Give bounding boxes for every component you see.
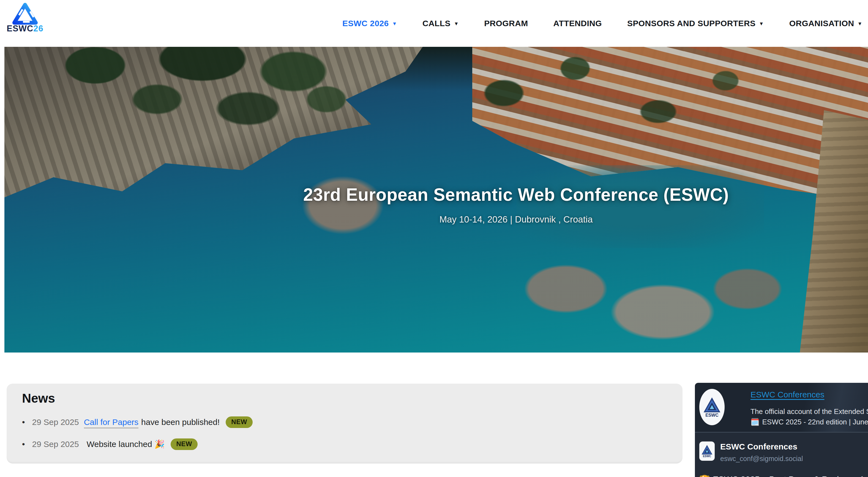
news-panel: News • 29 Sep 2025 Call for Papers have … bbox=[7, 384, 683, 464]
logo-text-year: 26 bbox=[33, 24, 43, 33]
hero-banner: 23rd European Semantic Web Conference (E… bbox=[4, 47, 868, 353]
post-avatar: ESWC bbox=[699, 442, 715, 461]
logo-text: ESWC26 bbox=[4, 24, 46, 33]
trophy-icon: 🏆 bbox=[699, 475, 710, 477]
eswc-logo-label: ESWC bbox=[705, 413, 719, 418]
nav-item-calls[interactable]: CALLS ▼ bbox=[423, 19, 459, 28]
nav-item-attending[interactable]: ATTENDING bbox=[553, 19, 602, 28]
post-author-name: ESWC Conferences bbox=[720, 442, 803, 451]
widget-head-right: ESWC Conferences The official account of… bbox=[750, 390, 868, 427]
nav-label: PROGRAM bbox=[484, 19, 528, 28]
post-text: ESWC 2025 – Best Paper & Reviewer Awards bbox=[713, 475, 868, 477]
widget-account-header: ESWC ESWC Conferences The official accou… bbox=[695, 383, 868, 432]
post-author-handle: eswc_conf@sigmoid.social bbox=[720, 455, 803, 463]
nav-item-eswc-2026[interactable]: ESWC 2026 ▼ bbox=[342, 19, 397, 28]
mastodon-widget: ESWC ESWC Conferences The official accou… bbox=[695, 383, 868, 477]
new-badge: NEW bbox=[226, 416, 253, 428]
hero-title: 23rd European Semantic Web Conference (E… bbox=[164, 184, 868, 205]
news-list: • 29 Sep 2025 Call for Papers have been … bbox=[22, 417, 672, 451]
nav-label: SPONSORS AND SUPPORTERS bbox=[627, 19, 756, 28]
nav-label: CALLS bbox=[423, 19, 451, 28]
nav-label: ATTENDING bbox=[553, 19, 602, 28]
news-item-date: 29 Sep 2025 bbox=[32, 418, 79, 427]
bullet-icon: • bbox=[22, 440, 25, 449]
logo-triangle-icon bbox=[9, 2, 41, 25]
logo[interactable]: ESWC26 bbox=[4, 2, 46, 33]
nav-item-program[interactable]: PROGRAM bbox=[484, 19, 528, 28]
nav-item-sponsors[interactable]: SPONSORS AND SUPPORTERS ▼ bbox=[627, 19, 764, 28]
account-bio-line-2: 🗓️ESWC 2025 - 22nd edition | June 1-5 | … bbox=[750, 417, 868, 427]
account-avatar: ESWC bbox=[699, 389, 724, 425]
account-bio-line-2-text: ESWC 2025 - 22nd edition | June 1-5 | Po… bbox=[762, 418, 868, 426]
calendar-icon: 🗓️ bbox=[750, 418, 759, 426]
eswc-logo-label: ESWC bbox=[703, 455, 711, 458]
eswc-logo-icon: ESWC bbox=[703, 395, 721, 419]
news-item-text: Website launched 🎉 bbox=[87, 439, 165, 449]
main-nav: ESWC 2026 ▼ CALLS ▼ PROGRAM ATTENDING SP… bbox=[342, 0, 863, 47]
bullet-icon: • bbox=[22, 418, 25, 427]
mastodon-post[interactable]: ESWC ESWC Conferences eswc_conf@sigmoid.… bbox=[695, 432, 868, 477]
caret-down-icon: ▼ bbox=[392, 21, 397, 27]
news-item-text: have been published! bbox=[141, 418, 220, 427]
caret-down-icon: ▼ bbox=[858, 21, 863, 27]
hero-subtitle: May 10-14, 2026 | Dubrovnik , Croatia bbox=[164, 214, 868, 225]
news-item: • 29 Sep 2025 Website launched 🎉 NEW bbox=[22, 439, 672, 451]
news-title: News bbox=[22, 391, 672, 406]
call-for-papers-link[interactable]: Call for Papers bbox=[84, 418, 138, 428]
caret-down-icon: ▼ bbox=[759, 21, 764, 27]
post-head: ESWC Conferences eswc_conf@sigmoid.socia… bbox=[720, 442, 803, 463]
eswc-homepage: { "header": { "logo": { "text": "ESWC", … bbox=[0, 0, 868, 477]
site-header: ESWC26 ESWC 2026 ▼ CALLS ▼ PROGRAM ATTEN… bbox=[0, 0, 868, 47]
news-item-date: 29 Sep 2025 bbox=[32, 440, 79, 449]
account-bio-line-1: The official account of the Extended Sem… bbox=[750, 407, 868, 417]
nav-label: ORGANISATION bbox=[789, 19, 854, 28]
post-content: 🏆ESWC 2025 – Best Paper & Reviewer Award… bbox=[699, 475, 868, 477]
account-bio: The official account of the Extended Sem… bbox=[750, 407, 868, 427]
new-badge: NEW bbox=[170, 439, 197, 450]
eswc-logo-icon: ESWC bbox=[701, 444, 713, 458]
nav-item-organisation[interactable]: ORGANISATION ▼ bbox=[789, 19, 863, 28]
caret-down-icon: ▼ bbox=[454, 21, 459, 27]
account-link[interactable]: ESWC Conferences bbox=[750, 390, 824, 399]
hero-text-block: 23rd European Semantic Web Conference (E… bbox=[164, 184, 868, 225]
news-item: • 29 Sep 2025 Call for Papers have been … bbox=[22, 417, 672, 429]
logo-text-main: ESWC bbox=[7, 24, 33, 33]
nav-label: ESWC 2026 bbox=[342, 19, 389, 28]
